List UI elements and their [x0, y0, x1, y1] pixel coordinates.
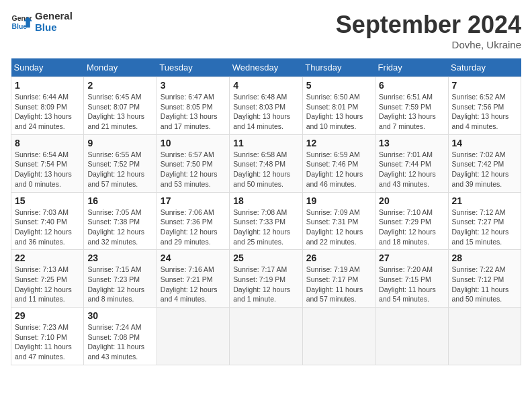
day-detail: Sunrise: 7:24 AMSunset: 7:08 PMDaylight:…	[87, 323, 144, 361]
calendar-cell: 18Sunrise: 7:08 AMSunset: 7:33 PMDayligh…	[230, 192, 302, 250]
day-number: 27	[379, 253, 444, 263]
day-number: 6	[379, 80, 444, 91]
calendar-cell: 9Sunrise: 6:55 AMSunset: 7:52 PMDaylight…	[84, 134, 157, 192]
day-detail: Sunrise: 7:17 AMSunset: 7:19 PMDaylight:…	[233, 265, 290, 303]
calendar-cell: 1Sunrise: 6:44 AMSunset: 8:09 PMDaylight…	[11, 77, 84, 135]
day-detail: Sunrise: 7:02 AMSunset: 7:42 PMDaylight:…	[452, 150, 509, 188]
day-detail: Sunrise: 6:58 AMSunset: 7:48 PMDaylight:…	[233, 150, 290, 188]
day-detail: Sunrise: 7:15 AMSunset: 7:23 PMDaylight:…	[87, 265, 144, 303]
col-monday: Monday	[84, 58, 157, 77]
col-friday: Friday	[375, 58, 448, 77]
day-number: 7	[452, 80, 517, 91]
day-number: 11	[233, 138, 298, 148]
calendar-cell: 13Sunrise: 7:01 AMSunset: 7:44 PMDayligh…	[375, 134, 448, 192]
day-detail: Sunrise: 6:59 AMSunset: 7:46 PMDaylight:…	[306, 150, 363, 188]
calendar-cell: 29Sunrise: 7:23 AMSunset: 7:10 PMDayligh…	[11, 308, 84, 365]
day-number: 24	[161, 253, 226, 263]
calendar-cell: 28Sunrise: 7:22 AMSunset: 7:12 PMDayligh…	[448, 250, 521, 308]
calendar-cell: 7Sunrise: 6:52 AMSunset: 7:56 PMDaylight…	[448, 77, 521, 135]
calendar-cell	[448, 308, 521, 365]
day-number: 3	[161, 80, 226, 91]
day-number: 25	[233, 253, 298, 263]
logo-blue-text: Blue	[35, 22, 73, 34]
day-detail: Sunrise: 6:48 AMSunset: 8:03 PMDaylight:…	[233, 93, 290, 130]
day-number: 15	[15, 195, 80, 206]
logo: General Blue General Blue	[11, 11, 73, 33]
calendar-cell: 11Sunrise: 6:58 AMSunset: 7:48 PMDayligh…	[230, 134, 302, 192]
calendar-cell	[157, 308, 229, 365]
calendar-cell	[230, 308, 302, 365]
day-detail: Sunrise: 7:23 AMSunset: 7:10 PMDaylight:…	[15, 323, 72, 361]
day-detail: Sunrise: 7:03 AMSunset: 7:40 PMDaylight:…	[15, 208, 72, 246]
day-detail: Sunrise: 7:12 AMSunset: 7:27 PMDaylight:…	[452, 208, 509, 246]
calendar-cell: 21Sunrise: 7:12 AMSunset: 7:27 PMDayligh…	[448, 192, 521, 250]
day-detail: Sunrise: 6:55 AMSunset: 7:52 PMDaylight:…	[87, 150, 144, 188]
calendar-cell: 23Sunrise: 7:15 AMSunset: 7:23 PMDayligh…	[84, 250, 157, 308]
calendar-table: Sunday Monday Tuesday Wednesday Thursday…	[11, 58, 521, 365]
calendar-cell: 30Sunrise: 7:24 AMSunset: 7:08 PMDayligh…	[84, 308, 157, 365]
calendar-cell: 12Sunrise: 6:59 AMSunset: 7:46 PMDayligh…	[302, 134, 375, 192]
day-detail: Sunrise: 7:09 AMSunset: 7:31 PMDaylight:…	[306, 208, 363, 246]
title-block: September 2024 Dovhe, Ukraine	[336, 11, 521, 50]
day-detail: Sunrise: 7:06 AMSunset: 7:36 PMDaylight:…	[161, 208, 218, 246]
day-number: 8	[15, 138, 80, 148]
calendar-cell: 4Sunrise: 6:48 AMSunset: 8:03 PMDaylight…	[230, 77, 302, 135]
calendar-cell: 25Sunrise: 7:17 AMSunset: 7:19 PMDayligh…	[230, 250, 302, 308]
day-detail: Sunrise: 6:54 AMSunset: 7:54 PMDaylight:…	[15, 150, 72, 188]
day-number: 20	[379, 195, 444, 206]
calendar-cell: 20Sunrise: 7:10 AMSunset: 7:29 PMDayligh…	[375, 192, 448, 250]
day-detail: Sunrise: 6:52 AMSunset: 7:56 PMDaylight:…	[452, 93, 509, 130]
calendar-cell	[375, 308, 448, 365]
day-number: 5	[306, 80, 371, 91]
calendar-row-2: 8Sunrise: 6:54 AMSunset: 7:54 PMDaylight…	[11, 134, 521, 192]
day-detail: Sunrise: 7:13 AMSunset: 7:25 PMDaylight:…	[15, 265, 72, 303]
day-number: 22	[15, 253, 80, 263]
calendar-cell: 3Sunrise: 6:47 AMSunset: 8:05 PMDaylight…	[157, 77, 229, 135]
day-detail: Sunrise: 7:22 AMSunset: 7:12 PMDaylight:…	[452, 265, 509, 303]
calendar-cell: 19Sunrise: 7:09 AMSunset: 7:31 PMDayligh…	[302, 192, 375, 250]
day-detail: Sunrise: 6:50 AMSunset: 8:01 PMDaylight:…	[306, 93, 363, 130]
day-number: 26	[306, 253, 371, 263]
calendar-row-3: 15Sunrise: 7:03 AMSunset: 7:40 PMDayligh…	[11, 192, 521, 250]
col-wednesday: Wednesday	[230, 58, 302, 77]
calendar-header-row: Sunday Monday Tuesday Wednesday Thursday…	[11, 58, 521, 77]
day-number: 17	[161, 195, 226, 206]
location-subtitle: Dovhe, Ukraine	[336, 39, 521, 50]
day-detail: Sunrise: 6:44 AMSunset: 8:09 PMDaylight:…	[15, 93, 72, 130]
day-detail: Sunrise: 7:20 AMSunset: 7:15 PMDaylight:…	[379, 265, 436, 303]
day-detail: Sunrise: 6:45 AMSunset: 8:07 PMDaylight:…	[87, 93, 144, 130]
calendar-row-4: 22Sunrise: 7:13 AMSunset: 7:25 PMDayligh…	[11, 250, 521, 308]
day-number: 16	[87, 195, 152, 206]
day-number: 29	[15, 310, 80, 321]
calendar-cell: 16Sunrise: 7:05 AMSunset: 7:38 PMDayligh…	[84, 192, 157, 250]
calendar-cell: 24Sunrise: 7:16 AMSunset: 7:21 PMDayligh…	[157, 250, 229, 308]
day-number: 12	[306, 138, 371, 148]
calendar-cell: 6Sunrise: 6:51 AMSunset: 7:59 PMDaylight…	[375, 77, 448, 135]
day-number: 4	[233, 80, 298, 91]
calendar-row-5: 29Sunrise: 7:23 AMSunset: 7:10 PMDayligh…	[11, 308, 521, 365]
day-number: 18	[233, 195, 298, 206]
calendar-cell: 8Sunrise: 6:54 AMSunset: 7:54 PMDaylight…	[11, 134, 84, 192]
day-number: 21	[452, 195, 517, 206]
calendar-cell: 15Sunrise: 7:03 AMSunset: 7:40 PMDayligh…	[11, 192, 84, 250]
calendar-cell: 2Sunrise: 6:45 AMSunset: 8:07 PMDaylight…	[84, 77, 157, 135]
day-number: 28	[452, 253, 517, 263]
day-number: 2	[87, 80, 152, 91]
day-number: 23	[87, 253, 152, 263]
day-number: 9	[87, 138, 152, 148]
day-number: 1	[15, 80, 80, 91]
page-header: General Blue General Blue September 2024…	[11, 11, 521, 50]
calendar-cell: 10Sunrise: 6:57 AMSunset: 7:50 PMDayligh…	[157, 134, 229, 192]
calendar-cell: 17Sunrise: 7:06 AMSunset: 7:36 PMDayligh…	[157, 192, 229, 250]
calendar-cell: 14Sunrise: 7:02 AMSunset: 7:42 PMDayligh…	[448, 134, 521, 192]
calendar-cell: 22Sunrise: 7:13 AMSunset: 7:25 PMDayligh…	[11, 250, 84, 308]
day-detail: Sunrise: 7:19 AMSunset: 7:17 PMDaylight:…	[306, 265, 363, 303]
month-title: September 2024	[336, 11, 521, 39]
day-number: 19	[306, 195, 371, 206]
day-detail: Sunrise: 6:57 AMSunset: 7:50 PMDaylight:…	[161, 150, 218, 188]
calendar-cell	[302, 308, 375, 365]
day-detail: Sunrise: 6:47 AMSunset: 8:05 PMDaylight:…	[161, 93, 218, 130]
day-detail: Sunrise: 7:05 AMSunset: 7:38 PMDaylight:…	[87, 208, 144, 246]
col-sunday: Sunday	[11, 58, 84, 77]
col-saturday: Saturday	[448, 58, 521, 77]
